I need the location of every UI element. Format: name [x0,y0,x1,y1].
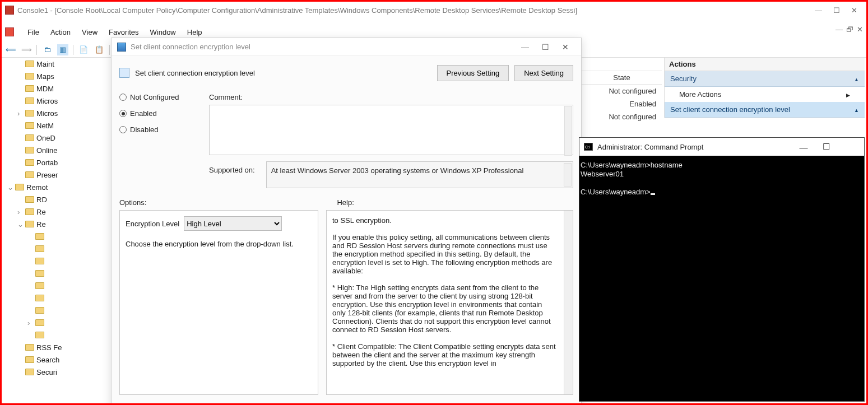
tree-node[interactable] [2,255,111,267]
radio-disabled[interactable]: Disabled [119,125,198,134]
menubar: File Action View Favorites Window Help [2,25,835,39]
expand-icon[interactable]: › [17,109,25,118]
mdi-minimize[interactable]: — [835,25,843,34]
mdi-close[interactable]: ✕ [857,25,863,34]
dialog-maximize[interactable]: ☐ [535,43,555,52]
folder-icon [25,369,34,375]
tree-node[interactable]: ›Re [2,206,111,218]
folder-icon [25,60,34,67]
tree-node[interactable]: › [2,316,111,329]
folder-icon [25,221,34,227]
scrollbar[interactable] [564,163,572,187]
tree-node[interactable]: NetM [2,119,111,132]
dialog-close[interactable]: ✕ [555,43,575,52]
tree-node[interactable]: Maps [2,70,111,82]
tree-node[interactable] [2,280,111,292]
folder-icon [25,159,34,166]
actions-group-setting[interactable]: Set client connection encryption level [665,102,865,118]
folder-icon [35,233,44,240]
show-hide-tree-button[interactable]: ▥ [57,44,68,55]
tree-label: Remot [26,183,48,192]
menu-favorites[interactable]: Favorites [109,28,138,36]
setting-row[interactable]: Not configured [582,85,662,97]
tree-node[interactable] [2,292,111,304]
actions-more[interactable]: More Actions [665,87,865,102]
setting-row[interactable]: Enabled [582,97,662,110]
cmd-icon: C:\ [584,143,593,151]
mdi-restore[interactable]: 🗗 [846,25,853,34]
folder-icon [25,196,34,203]
forward-button[interactable]: ⟹ [21,44,32,55]
actions-header: Actions [665,58,865,71]
dialog-minimize[interactable]: — [515,43,535,52]
back-button[interactable]: ⟸ [5,44,16,55]
tree-label: Maps [36,72,54,81]
menu-action[interactable]: Action [50,28,71,36]
tree-label: Portab [36,159,58,167]
tree-node[interactable]: MDM [2,82,111,95]
tree-label: Preser [36,171,58,179]
tree-node[interactable]: Preser [2,169,111,181]
tree-label: Securi [36,368,57,376]
encryption-hint: Choose the encryption level from the dro… [126,240,312,248]
navigation-tree[interactable]: MaintMapsMDMMicros›MicrosNetMOneDOnlineP… [2,58,111,402]
cmd-maximize[interactable]: ☐ [815,142,837,152]
tree-node[interactable]: RSS Fe [2,341,111,353]
menu-file[interactable]: File [27,28,39,36]
previous-setting-button[interactable]: Previous Setting [437,65,509,81]
tree-node[interactable]: Maint [2,58,111,70]
properties-button[interactable]: 📄 [78,44,89,55]
menu-help[interactable]: Help [187,28,202,36]
tree-node[interactable]: Portab [2,156,111,169]
scrollbar[interactable] [564,106,572,156]
folder-icon [25,85,34,92]
folder-icon [25,344,34,351]
menu-window[interactable]: Window [150,28,176,36]
radio-not-configured[interactable]: Not Configured [119,93,198,101]
tree-node[interactable]: ⌄Re [2,218,111,230]
expand-icon[interactable]: ⌄ [17,220,25,229]
tree-node[interactable]: Securi [2,366,111,378]
folder-icon [35,319,44,326]
maximize-button[interactable]: ☐ [833,6,840,15]
tree-node[interactable] [2,267,111,280]
tree-label: Micros [36,109,58,118]
tree-node[interactable]: ›Micros [2,107,111,119]
actions-group-security[interactable]: Security [665,71,865,87]
setting-row[interactable]: Not configured [582,110,662,123]
minimize-button[interactable]: — [815,6,822,15]
terminal-output[interactable]: C:\Users\wayneadm>hostname Webserver01 C… [579,156,864,201]
export-button[interactable]: 📋 [94,44,105,55]
tree-node[interactable]: RD [2,193,111,206]
tree-node[interactable]: ⌄Remot [2,181,111,193]
cmd-title: Administrator: Command Prompt [597,143,792,151]
tree-node[interactable]: Online [2,144,111,156]
next-setting-button[interactable]: Next Setting [514,65,573,81]
collapse-icon [854,105,859,114]
tree-node[interactable]: Search [2,353,111,366]
tree-node[interactable] [2,304,111,316]
tree-node[interactable] [2,230,111,243]
help-text: to SSL encryption. If you enable this po… [332,216,567,367]
cmd-minimize[interactable]: — [792,142,815,152]
expand-icon[interactable]: › [17,208,25,216]
comment-field[interactable] [209,105,573,155]
tree-label: RSS Fe [36,343,62,352]
menu-view[interactable]: View [82,28,98,36]
tree-node[interactable]: Micros [2,95,111,107]
tree-label: Online [36,146,58,155]
tree-node[interactable] [2,243,111,255]
tree-label: Re [36,220,46,229]
close-button[interactable]: ✕ [851,6,857,15]
encryption-level-select[interactable]: High Level [184,216,282,231]
up-button[interactable]: 🗀 [41,44,53,55]
folder-icon [25,208,34,215]
tree-node[interactable] [2,329,111,341]
folder-icon [35,245,44,252]
radio-enabled[interactable]: Enabled [119,109,198,118]
expand-icon[interactable]: ⌄ [7,183,15,192]
expand-icon[interactable]: › [27,319,35,327]
scrollbar[interactable] [564,211,573,394]
column-header-state[interactable]: State [582,71,662,85]
tree-node[interactable]: OneD [2,132,111,144]
